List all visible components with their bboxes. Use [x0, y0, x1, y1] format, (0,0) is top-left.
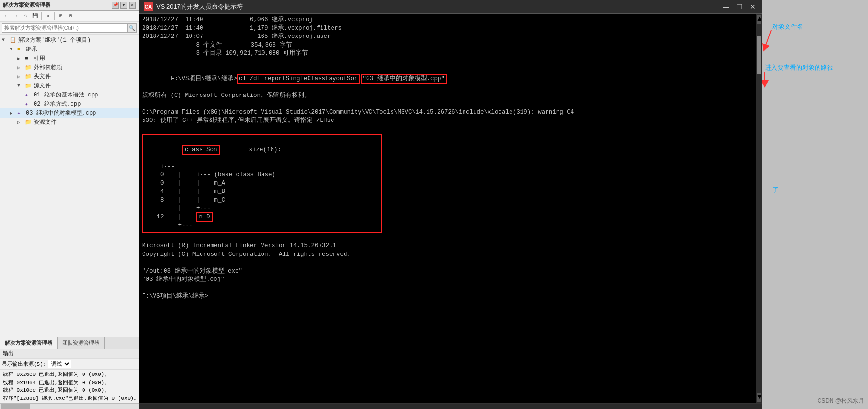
close-panel-button[interactable]: ✕: [129, 2, 136, 9]
output-line-3: 线程 0x10cc 已退出,返回值为 0 (0x0)。: [3, 386, 136, 395]
save-button[interactable]: 💾: [31, 12, 39, 20]
project-label: 继承: [26, 45, 37, 53]
resources-label: 资源文件: [34, 118, 57, 126]
pin-button[interactable]: 📌: [112, 2, 119, 9]
cmd-line-blank2: [142, 100, 753, 108]
tree-item-ref[interactable]: ▶ ■ 引用: [0, 54, 139, 63]
expand-resources[interactable]: ▷: [17, 120, 25, 125]
back-button[interactable]: ←: [2, 12, 11, 20]
output-hscroll[interactable]: [0, 403, 139, 409]
tree-item-file2[interactable]: ✦ 02 继承方式.cpp: [0, 99, 139, 108]
expand-headers[interactable]: ▷: [17, 74, 25, 80]
layout-line-dashes2: | +---: [146, 204, 378, 213]
cmd-body: 2018/12/27 11:40 6,066 继承.vcxproj 2018/1…: [139, 14, 762, 403]
annotation-area: 对象文件名 进入要查看的对象的路径 了 CSDN @松风水月: [762, 0, 868, 409]
panel-controls: 📌 ▼ ✕: [112, 2, 136, 9]
annotation-note: 了: [772, 186, 779, 193]
search-button[interactable]: 🔍: [127, 23, 137, 33]
cmd-titlebar: CA VS 2017的开发人员命令提示符 — ☐ ✕: [139, 0, 762, 14]
output-filter-label: 显示输出来源(S):: [2, 361, 46, 368]
cmd-title-area: CA VS 2017的开发人员命令提示符: [144, 2, 243, 11]
cmd-hscrollbar[interactable]: [139, 403, 762, 409]
home-button[interactable]: ⌂: [21, 12, 30, 20]
cmd-obj-line: "03 继承中的对象模型.obj": [142, 276, 753, 284]
cmd-line-filename: C:\Program Files (x86)\Microsoft Visual …: [142, 108, 753, 117]
minimize-button[interactable]: —: [721, 2, 731, 12]
cmd-line-3: 2018/12/27 10:07 165 继承.vcxproj.user: [142, 33, 753, 41]
cmd-linker-2: Copyright (C) Microsoft Corporation. All…: [142, 251, 753, 259]
hscroll-track[interactable]: [139, 404, 762, 409]
layout-line-ma: 0 | | m_A: [146, 180, 378, 188]
tree-item-project[interactable]: ▼ ■ 继承: [0, 45, 139, 54]
md-highlight: m_D: [196, 212, 213, 222]
expand-extdeps[interactable]: ▷: [17, 65, 25, 71]
panel-title: 解决方案资源管理器: [3, 1, 50, 9]
project-icon: ■: [17, 46, 25, 53]
forward-button[interactable]: →: [12, 12, 20, 20]
cmd-content[interactable]: 2018/12/27 11:40 6,066 继承.vcxproj 2018/1…: [139, 14, 756, 403]
output-content: 线程 0x26e0 已退出,返回值为 0 (0x0)。 线程 0x1964 已退…: [0, 370, 139, 403]
expand-sources[interactable]: ▼: [17, 83, 25, 88]
tree-item-solution[interactable]: ▼ 📋 解决方案'继承'(1 个项目): [0, 36, 139, 45]
cmd-line-2: 2018/12/27 11:40 1,179 继承.vcxproj.filter…: [142, 24, 753, 33]
window-controls: — ☐ ✕: [721, 2, 758, 12]
ref-icon: ■: [25, 55, 33, 62]
cmd-line-5: 3 个目录 109,921,710,080 可用字节: [142, 49, 753, 58]
cmd-scrollbar[interactable]: ▲ ▼: [756, 14, 762, 403]
cmd-line-7: 版权所有 (C) Microsoft Corporation。保留所有权利。: [142, 92, 753, 100]
tree-item-sources[interactable]: ▼ 📁 源文件: [0, 81, 139, 90]
cmd-line-blank1: [142, 58, 753, 67]
file2-icon: ✦: [25, 101, 33, 108]
explorer-toolbar: ← → ⌂ 💾 ↺ ⊞ ⊡: [0, 11, 139, 22]
file2-label: 02 继承方式.cpp: [34, 100, 81, 108]
scroll-track[interactable]: [756, 25, 762, 392]
cmd-prompt-end: F:\VS项目\继承\继承>: [142, 292, 753, 301]
tree-item-file3[interactable]: ▶ ✦ 03 继承中的对象模型.cpp: [0, 108, 139, 118]
cmd-line-1: 2018/12/27 11:40 6,066 继承.vcxproj: [142, 16, 753, 24]
output-line-1: 线程 0x26e0 已退出,返回值为 0 (0x0)。: [3, 371, 136, 379]
search-input[interactable]: [2, 23, 127, 33]
layout-line-mb: 4 | | m_B: [146, 188, 378, 196]
scroll-up-btn[interactable]: ▲: [757, 15, 761, 24]
sources-label: 源文件: [34, 82, 51, 90]
bottom-tabs: 解决方案资源管理器 团队资源管理器: [0, 337, 139, 349]
cmd-line-command: F:\VS项目\继承\继承>cl /dl reportSingleClassLa…: [142, 66, 753, 92]
sync-button[interactable]: ↺: [44, 12, 52, 20]
tab-team-explorer[interactable]: 团队资源管理器: [58, 337, 105, 349]
close-button[interactable]: ✕: [748, 2, 758, 12]
cmd-filename-highlight: "03 继承中的对象模型.cpp": [361, 74, 447, 84]
scroll-down-btn[interactable]: ▼: [757, 393, 761, 402]
expand-file3[interactable]: ▶: [10, 110, 17, 116]
cmd-panel: CA VS 2017的开发人员命令提示符 — ☐ ✕ 2018/12/27 11…: [139, 0, 762, 409]
tree-item-extdeps[interactable]: ▷ 📁 外部依赖项: [0, 63, 139, 72]
tree-item-resources[interactable]: ▷ 📁 资源文件: [0, 118, 139, 127]
properties-button[interactable]: ⊡: [66, 12, 75, 20]
layout-line-md: 12 | m_D: [146, 213, 378, 222]
solution-explorer-panel: 解决方案资源管理器 📌 ▼ ✕ ← → ⌂ 💾 ↺ ⊞ ⊡ 🔍 ▼ 📋 解决方案…: [0, 0, 139, 409]
cmd-icon: CA: [144, 2, 153, 11]
expand-project[interactable]: ▼: [10, 47, 17, 52]
cmd-out-line: "/out:03 继承中的对象模型.exe": [142, 267, 753, 276]
restore-button[interactable]: ☐: [735, 2, 744, 12]
layout-line-mc: 8 | | m_C: [146, 196, 378, 205]
output-source-select[interactable]: 调试: [48, 360, 71, 368]
tree-item-headers[interactable]: ▷ 📁 头文件: [0, 72, 139, 81]
file1-icon: ✦: [25, 92, 33, 98]
new-solution-button[interactable]: ⊞: [57, 12, 65, 20]
expand-solution[interactable]: ▼: [2, 37, 10, 43]
separator1: [41, 12, 42, 20]
scroll-thumb[interactable]: [757, 36, 761, 74]
cmd-line-warning1: 530: 使用了 C++ 异常处理程序,但未启用展开语义。请指定 /EHsc: [142, 117, 753, 125]
tree-item-file1[interactable]: ✦ 01 继承的基本语法.cpp: [0, 90, 139, 99]
tab-solution-explorer[interactable]: 解决方案资源管理器: [0, 337, 58, 349]
sources-icon: 📁: [25, 83, 33, 89]
panel-menu-button[interactable]: ▼: [120, 2, 127, 9]
layout-line-base: 0 | +--- (base class Base): [146, 171, 378, 180]
tree-view: ▼ 📋 解决方案'继承'(1 个项目) ▼ ■ 继承 ▶ ■ 引用 ▷ 📁 外部…: [0, 35, 139, 337]
extdeps-label: 外部依赖项: [34, 63, 62, 72]
layout-line-dashes1: +---: [146, 163, 378, 171]
hscroll-thumb[interactable]: [1, 404, 30, 409]
panel-titlebar: 解决方案资源管理器 📌 ▼ ✕: [0, 0, 139, 11]
file3-label: 03 继承中的对象模型.cpp: [26, 109, 96, 117]
expand-ref[interactable]: ▶: [17, 56, 25, 61]
